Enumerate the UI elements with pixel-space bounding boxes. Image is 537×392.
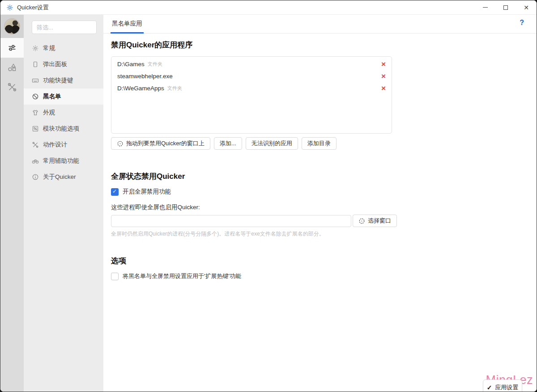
window-title: Quicker设置 bbox=[17, 4, 49, 12]
sidebar-item-label: 功能快捷键 bbox=[43, 76, 73, 84]
sidebar-item-accessibility[interactable]: 常用辅助功能 bbox=[24, 153, 103, 169]
rail-shapes-tab[interactable] bbox=[0, 58, 24, 77]
blacklist-entry[interactable]: D:\WeGameApps 文件夹 × bbox=[111, 82, 392, 94]
info-icon bbox=[32, 173, 39, 181]
drag-to-window-button[interactable]: 拖动到要禁用Quicker的窗口上 bbox=[111, 137, 210, 150]
titlebar: Quicker设置 ✕ bbox=[0, 0, 537, 15]
shirt-icon bbox=[32, 109, 39, 116]
fullscreen-enable-checkbox[interactable] bbox=[111, 188, 119, 196]
shapes-icon bbox=[7, 63, 17, 72]
keyboard-icon bbox=[32, 77, 39, 84]
blacklist-listbox[interactable]: D:\Games 文件夹 × steamwebhelper.exe × D:\W… bbox=[111, 56, 392, 134]
apply-to-hotkeys-label: 将黑名单与全屏禁用设置应用于'扩展热键'功能 bbox=[123, 272, 241, 280]
maximize-button[interactable] bbox=[495, 0, 516, 14]
processes-label: 这些进程即使全屏也启用Quicker: bbox=[111, 203, 537, 211]
section-title-options: 选项 bbox=[111, 256, 537, 266]
sidebar-item-label: 动作设计 bbox=[43, 141, 67, 149]
panel-icon bbox=[32, 61, 39, 68]
minimize-icon bbox=[483, 7, 488, 8]
fullscreen-enable-label: 开启全屏禁用功能 bbox=[123, 188, 171, 196]
blacklist-icon bbox=[32, 93, 39, 100]
avatar-image bbox=[4, 18, 20, 34]
entry-path: steamwebhelper.exe bbox=[117, 73, 173, 80]
select-window-button[interactable]: 选择窗口 bbox=[353, 215, 397, 227]
sidebar-item-label: 弹出面板 bbox=[43, 60, 67, 68]
drag-button-label: 拖动到要禁用Quicker的窗口上 bbox=[126, 139, 205, 148]
sidebar-item-label: 常用辅助功能 bbox=[43, 157, 79, 165]
maximize-icon bbox=[503, 5, 508, 10]
sliders-icon bbox=[8, 43, 17, 52]
remove-entry-icon[interactable]: × bbox=[381, 72, 386, 80]
sidebar-item-blacklist[interactable]: 黑名单 bbox=[24, 89, 103, 105]
crossed-tools-icon bbox=[32, 141, 39, 148]
sidebar-item-label: 关于Quicker bbox=[43, 173, 76, 181]
blacklist-entry[interactable]: D:\Games 文件夹 × bbox=[111, 58, 392, 70]
blacklist-entry[interactable]: steamwebhelper.exe × bbox=[111, 70, 392, 82]
help-button[interactable]: ? bbox=[520, 19, 524, 27]
crosshair-icon bbox=[117, 140, 124, 147]
close-button[interactable]: ✕ bbox=[516, 0, 537, 14]
remove-entry-icon[interactable]: × bbox=[381, 84, 386, 92]
add-directory-button[interactable]: 添加目录 bbox=[302, 137, 337, 150]
select-window-label: 选择窗口 bbox=[368, 217, 391, 225]
sidebar-item-popup-panel[interactable]: 弹出面板 bbox=[24, 56, 103, 72]
module-icon bbox=[32, 125, 39, 132]
sidebar-item-action-design[interactable]: 动作设计 bbox=[24, 137, 103, 153]
icon-rail bbox=[0, 15, 24, 392]
sidebar-item-module-options[interactable]: 模块功能选项 bbox=[24, 121, 103, 137]
main-pane: 黑名单应用 ? 禁用Quicker的应用程序 D:\Games 文件夹 × st… bbox=[103, 15, 537, 392]
processes-input[interactable] bbox=[111, 215, 351, 227]
rail-settings-tab[interactable] bbox=[0, 38, 24, 58]
minimize-button[interactable] bbox=[475, 0, 495, 14]
apply-to-hotkeys-checkbox[interactable] bbox=[111, 273, 119, 280]
entry-path: D:\WeGameApps bbox=[117, 85, 164, 92]
user-avatar[interactable] bbox=[0, 15, 24, 38]
sidebar-item-about[interactable]: 关于Quicker bbox=[24, 169, 103, 185]
section-title-disabled-apps: 禁用Quicker的应用程序 bbox=[111, 40, 537, 50]
sidebar-item-label: 外观 bbox=[43, 109, 55, 117]
sidebar-item-appearance[interactable]: 外观 bbox=[24, 105, 103, 121]
apply-settings-label: 应用设置 bbox=[495, 384, 518, 392]
gear-icon bbox=[32, 45, 39, 52]
sidebar-item-label: 常规 bbox=[43, 44, 55, 52]
add-button[interactable]: 添加... bbox=[214, 137, 242, 150]
crosshair-icon bbox=[358, 218, 365, 224]
tab-blacklist-apps[interactable]: 黑名单应用 bbox=[111, 15, 144, 34]
sidebar-menu: 常规 弹出面板 bbox=[24, 15, 103, 392]
tab-label: 黑名单应用 bbox=[112, 20, 142, 28]
entry-folder-tag: 文件夹 bbox=[148, 61, 162, 67]
sidebar-item-general[interactable]: 常规 bbox=[24, 40, 103, 56]
bicycle-icon bbox=[32, 157, 39, 164]
app-gear-icon bbox=[6, 4, 13, 11]
entry-folder-tag: 文件夹 bbox=[167, 85, 182, 92]
rail-tools-tab[interactable] bbox=[0, 77, 24, 97]
sidebar-item-label: 黑名单 bbox=[43, 93, 61, 101]
entry-path: D:\Games bbox=[117, 61, 145, 67]
section-title-fullscreen: 全屏状态禁用Quicker bbox=[111, 171, 537, 181]
remove-entry-icon[interactable]: × bbox=[381, 60, 386, 68]
sidebar-item-hotkeys[interactable]: 功能快捷键 bbox=[24, 72, 103, 89]
close-icon: ✕ bbox=[524, 4, 529, 11]
filter-input[interactable] bbox=[32, 21, 97, 34]
check-icon: ✓ bbox=[487, 384, 492, 391]
tools-icon bbox=[7, 82, 17, 92]
settings-window: Quicker设置 ✕ bbox=[0, 0, 537, 392]
apply-settings-button[interactable]: ✓ 应用设置 bbox=[483, 379, 522, 392]
tab-bar: 黑名单应用 ? bbox=[103, 15, 537, 34]
unrecognized-apps-button[interactable]: 无法识别的应用 bbox=[246, 137, 298, 150]
sidebar-item-label: 模块功能选项 bbox=[43, 125, 79, 133]
fullscreen-hint: 全屏时仍然启用Quicker的进程(分号分隔多个)。进程名等于exe文件名除去扩… bbox=[111, 230, 537, 238]
